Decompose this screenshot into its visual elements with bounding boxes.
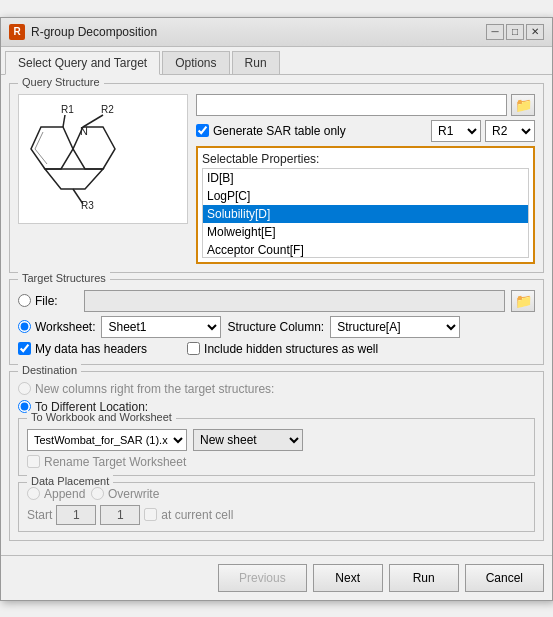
sar-row: Generate SAR table only R1 R2 R2 R1 [196,120,535,142]
query-structure-title: Query Structure [18,76,104,88]
append-radio [27,487,40,500]
rename-label: Rename Target Worksheet [44,455,186,469]
data-placement-title: Data Placement [27,475,113,487]
query-file-input[interactable] [196,94,507,116]
svg-marker-8 [45,169,103,189]
minimize-button[interactable]: ─ [486,24,504,40]
props-list[interactable]: ID[B] LogP[C] Solubility[D] Molweight[E]… [202,168,529,258]
query-right: 📁 Generate SAR table only R1 R2 [196,94,535,264]
hidden-checkbox[interactable] [187,342,200,355]
svg-text:R2: R2 [101,104,114,115]
molecule-svg: R1 R2 R3 N [23,99,183,219]
start-col-input [56,505,96,525]
target-structures-title: Target Structures [18,272,110,284]
append-label[interactable]: Append [27,487,87,501]
tab-options[interactable]: Options [162,51,229,74]
svg-marker-4 [31,127,73,169]
svg-line-6 [35,132,43,149]
svg-text:R3: R3 [81,200,94,211]
worksheet-radio-label[interactable]: Worksheet: [18,320,95,334]
file-label: File: [35,294,58,308]
at-current-label: at current cell [161,508,233,522]
new-columns-radio [18,382,31,395]
close-button[interactable]: ✕ [526,24,544,40]
svg-line-10 [83,115,103,127]
next-button[interactable]: Next [313,564,383,592]
overwrite-label[interactable]: Overwrite [91,487,159,501]
headers-checkbox[interactable] [18,342,31,355]
rename-row: Rename Target Worksheet [27,455,526,469]
r1-select[interactable]: R1 R2 [431,120,481,142]
rename-checkbox [27,455,40,468]
start-row: Start at current cell [27,505,526,525]
sheet-select[interactable]: New sheet [193,429,303,451]
svg-line-11 [73,189,83,204]
target-file-input[interactable] [84,290,505,312]
headers-checkbox-label[interactable]: My data has headers [18,342,147,356]
data-placement-group: Data Placement Append Overwrite Start [18,482,535,532]
title-bar: R R-group Decomposition ─ □ ✕ [1,18,552,47]
worksheet-radio[interactable] [18,320,31,333]
run-button[interactable]: Run [389,564,459,592]
query-file-row: 📁 [196,94,535,116]
worksheet-select[interactable]: Sheet1 [101,316,221,338]
append-overwrite-row: Append Overwrite [27,487,526,501]
hidden-checkbox-label[interactable]: Include hidden structures as well [187,342,378,356]
cancel-button[interactable]: Cancel [465,564,544,592]
structure-column-select[interactable]: Structure[A] [330,316,460,338]
query-folder-button[interactable]: 📁 [511,94,535,116]
maximize-button[interactable]: □ [506,24,524,40]
sar-checkbox[interactable] [196,124,209,137]
prop-item-2[interactable]: Solubility[D] [203,205,528,223]
destination-group: Destination New columns right from the t… [9,371,544,541]
workbook-select[interactable]: TestWombat_for_SAR (1).xl [27,429,187,451]
molecule-box: R1 R2 R3 N [18,94,188,224]
main-window: R R-group Decomposition ─ □ ✕ Select Que… [0,17,553,601]
target-folder-button[interactable]: 📁 [511,290,535,312]
destination-title: Destination [18,364,81,376]
prop-item-1[interactable]: LogP[C] [203,187,528,205]
previous-button[interactable]: Previous [218,564,307,592]
prop-item-4[interactable]: Acceptor Count[F] [203,241,528,258]
selectable-props-container: Selectable Properties: ID[B] LogP[C] Sol… [196,146,535,264]
app-icon: R [9,24,25,40]
r-group-selects: R1 R2 R2 R1 [431,120,535,142]
start-row-input [100,505,140,525]
worksheet-row: Worksheet: Sheet1 Structure Column: Stru… [18,316,535,338]
tab-bar: Select Query and Target Options Run [1,47,552,75]
headers-label: My data has headers [35,342,147,356]
workbook-row: TestWombat_for_SAR (1).xl New sheet [27,429,526,451]
destination-inner: New columns right from the target struct… [18,382,535,532]
main-content: Query Structure R1 R2 R3 N [1,75,552,555]
headers-row: My data has headers Include hidden struc… [18,342,535,356]
tab-run[interactable]: Run [232,51,280,74]
r2-select[interactable]: R2 R1 [485,120,535,142]
hidden-label: Include hidden structures as well [204,342,378,356]
prop-item-3[interactable]: Molweight[E] [203,223,528,241]
query-structure-inner: R1 R2 R3 N [18,94,535,264]
query-structure-group: Query Structure R1 R2 R3 N [9,83,544,273]
selectable-props-label: Selectable Properties: [202,152,529,166]
tab-select-query[interactable]: Select Query and Target [5,51,160,75]
target-file-row: File: 📁 [18,290,535,312]
location-group-title: To Workbook and Worksheet [27,411,176,423]
sar-checkbox-label[interactable]: Generate SAR table only [196,124,346,138]
new-columns-label: New columns right from the target struct… [35,382,274,396]
overwrite-radio [91,487,104,500]
bottom-bar: Previous Next Run Cancel [1,555,552,600]
title-buttons: ─ □ ✕ [486,24,544,40]
current-cell-checkbox [144,508,157,521]
prop-item-0[interactable]: ID[B] [203,169,528,187]
target-structures-group: Target Structures File: 📁 Worksheet: She… [9,279,544,365]
svg-text:R1: R1 [61,104,74,115]
svg-line-9 [63,115,65,127]
file-radio[interactable] [18,294,31,307]
title-bar-left: R R-group Decomposition [9,24,157,40]
sar-label: Generate SAR table only [213,124,346,138]
structure-column-label: Structure Column: [227,320,324,334]
file-radio-label[interactable]: File: [18,294,78,308]
worksheet-label: Worksheet: [35,320,95,334]
new-columns-row: New columns right from the target struct… [18,382,535,396]
start-label: Start [27,508,52,522]
location-group: To Workbook and Worksheet TestWombat_for… [18,418,535,476]
